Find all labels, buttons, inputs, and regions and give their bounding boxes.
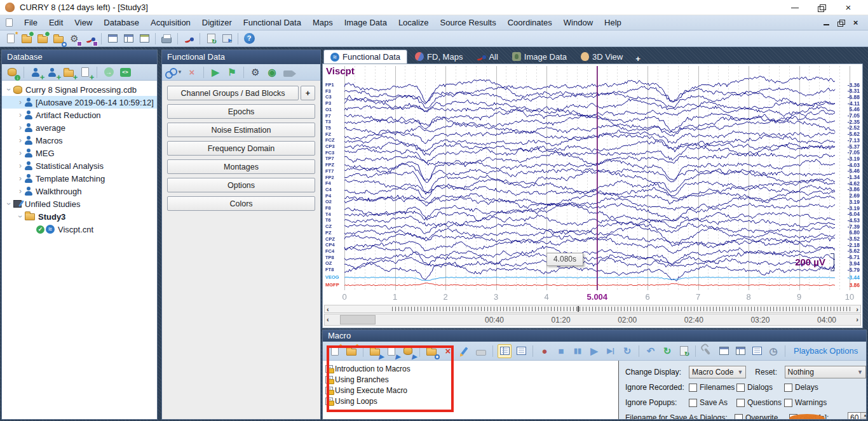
tab-fd-maps[interactable]: FD, Maps: [409, 50, 469, 63]
code-icon[interactable]: [118, 65, 132, 79]
overwrite-checkbox[interactable]: Overwrite: [735, 413, 789, 419]
ignore-popups-warnings-checkbox[interactable]: Warnings: [784, 398, 832, 407]
open-recent-study-icon[interactable]: [36, 32, 50, 46]
menu-acquisition[interactable]: Acquisition: [145, 18, 196, 27]
tree-item-macros[interactable]: ›Macros: [2, 134, 157, 147]
expand-icon[interactable]: ›: [16, 136, 25, 145]
mdi-restore-button[interactable]: [837, 20, 844, 26]
clock-icon[interactable]: ◷: [766, 344, 780, 358]
close-button[interactable]: ×: [844, 4, 853, 11]
macro-item-introduction-to-macros[interactable]: Introduction to Macros: [325, 363, 618, 374]
save-settings-icon[interactable]: ⚙: [67, 32, 81, 46]
add-user-alt-icon[interactable]: +: [45, 65, 59, 79]
add-tab-button[interactable]: +: [630, 54, 646, 63]
reset-select[interactable]: Nothing▼: [785, 366, 866, 378]
eeg-waveforms[interactable]: [323, 64, 862, 291]
tree-item-curry-8-signal-processing-cdb[interactable]: ›Curry 8 Signal Processing.cdb: [2, 83, 157, 96]
options-button[interactable]: Options: [167, 178, 315, 192]
play-icon[interactable]: ▶: [208, 65, 222, 79]
layout-clipboard-icon[interactable]: [137, 32, 151, 46]
layout-two-icon[interactable]: [121, 32, 135, 46]
menu-coordinates[interactable]: Coordinates: [502, 18, 558, 27]
delete-macro-icon[interactable]: ×: [441, 344, 455, 358]
scrollbar-thumb[interactable]: [340, 315, 376, 324]
ignore-recorded-delays-checkbox[interactable]: Delays: [784, 383, 832, 392]
script-refresh-icon[interactable]: [677, 344, 691, 358]
new-macro-folder-icon[interactable]: *: [344, 344, 358, 358]
tab-functional-data[interactable]: Functional Data: [323, 50, 407, 63]
add-folder-icon[interactable]: +: [62, 65, 76, 79]
expand-icon[interactable]: ›: [16, 149, 25, 157]
edit-macro-icon[interactable]: [458, 344, 471, 358]
expand-icon[interactable]: ›: [16, 174, 25, 183]
macro-item-using-execute-macro[interactable]: Using Execute Macro: [325, 385, 618, 396]
step-icon[interactable]: ▶|: [604, 344, 618, 358]
menu-file[interactable]: File: [18, 18, 43, 27]
loop-icon[interactable]: ↻: [620, 344, 634, 358]
run-database-icon[interactable]: ▶: [401, 344, 415, 358]
database-export-icon[interactable]: ↓: [5, 65, 19, 79]
tree-item-unfiled-studies[interactable]: ›Unfiled Studies: [2, 197, 157, 210]
menu-view[interactable]: View: [69, 18, 98, 27]
menu-help[interactable]: Help: [599, 18, 627, 27]
menu-image-data[interactable]: Image Data: [339, 18, 393, 27]
restore-button[interactable]: [817, 4, 826, 11]
montages-button[interactable]: Montages: [167, 159, 315, 174]
expand-icon[interactable]: ›: [16, 123, 25, 132]
menu-localize[interactable]: Localize: [393, 18, 435, 27]
ignore-recorded-filenames-checkbox[interactable]: Filenames: [689, 383, 736, 392]
proceed-seconds-spinner[interactable]: 60 ▲▼: [848, 412, 866, 419]
panel-pause-icon[interactable]: [733, 344, 747, 358]
run-folder-icon[interactable]: ▶: [368, 344, 382, 358]
video-icon[interactable]: [220, 32, 234, 46]
mdi-document-icon[interactable]: [6, 18, 13, 27]
tree-item--autosave-2019-06-14-10-59-12-[interactable]: ›[Autosave 2019-06-14 10:59:12]: [2, 96, 157, 109]
scroll-right-arrow[interactable]: ›: [856, 314, 858, 325]
tree-item-meg[interactable]: ›MEG: [2, 147, 157, 159]
tree-item-average[interactable]: ›average: [2, 121, 157, 134]
menu-maps[interactable]: Maps: [307, 18, 339, 27]
minimize-button[interactable]: [790, 4, 799, 11]
ignore-recorded-dialogs-checkbox[interactable]: Dialogs: [736, 383, 784, 392]
find-study-icon[interactable]: [51, 32, 65, 46]
tree-item-artifact-reduction[interactable]: ›Artifact Reduction: [2, 109, 157, 121]
scroll-left-arrow[interactable]: ‹: [327, 314, 329, 325]
stop-icon[interactable]: ■: [554, 344, 568, 358]
find-macro-icon[interactable]: [424, 344, 438, 358]
tree-item-viscpt-cnt[interactable]: Viscpt.cnt: [2, 223, 157, 236]
frequency-domain-button[interactable]: Frequency Domain: [167, 141, 315, 156]
save-curve-icon[interactable]: [83, 32, 97, 46]
collapse-icon[interactable]: ›: [4, 199, 13, 208]
menu-database[interactable]: Database: [98, 18, 145, 27]
grid-circle-icon[interactable]: ◉: [265, 65, 279, 79]
tree-item-statistical-analysis[interactable]: ›Statistical Analysis: [2, 159, 157, 172]
link-icon[interactable]: ▼: [165, 65, 182, 79]
gear-icon[interactable]: ⚙: [248, 65, 262, 79]
menu-functional-data[interactable]: Functional Data: [238, 18, 307, 27]
expand-icon[interactable]: ›: [16, 161, 25, 170]
undo-icon[interactable]: ↶: [644, 344, 658, 358]
position-slider[interactable]: ‹ ›: [324, 305, 861, 313]
refresh-icon[interactable]: ↻: [660, 344, 674, 358]
expand-icon[interactable]: ›: [16, 187, 25, 196]
tab-3d-view[interactable]: 3D View: [574, 50, 629, 63]
change-display-select[interactable]: Macro Code▼: [689, 366, 746, 378]
wrench-icon[interactable]: [700, 344, 714, 358]
mdi-minimize-button[interactable]: [823, 20, 830, 26]
view-list-icon[interactable]: [514, 344, 528, 358]
new-macro-icon[interactable]: *: [328, 344, 342, 358]
epochs-button[interactable]: Epochs: [167, 104, 315, 119]
run-file-icon[interactable]: ▶: [384, 344, 398, 358]
expand-icon[interactable]: ›: [16, 98, 25, 107]
slider-right-arrow[interactable]: ›: [856, 305, 858, 314]
eeg-view[interactable]: Viscpt FP1F3C3P3O1F7T3T5FZFCZCP3FC3TP7FP…: [322, 63, 863, 328]
channel-groups-plus-button[interactable]: +: [301, 86, 315, 100]
keyboard-icon[interactable]: [474, 344, 488, 358]
add-user-icon[interactable]: +: [29, 65, 43, 79]
slider-left-arrow[interactable]: ‹: [327, 305, 329, 314]
panel-image-icon[interactable]: [750, 344, 764, 358]
forward-icon[interactable]: [102, 65, 116, 79]
colors-button[interactable]: Colors: [167, 196, 315, 211]
spinner-down-icon[interactable]: ▼: [861, 418, 866, 419]
spinner-up-icon[interactable]: ▲: [861, 413, 866, 418]
